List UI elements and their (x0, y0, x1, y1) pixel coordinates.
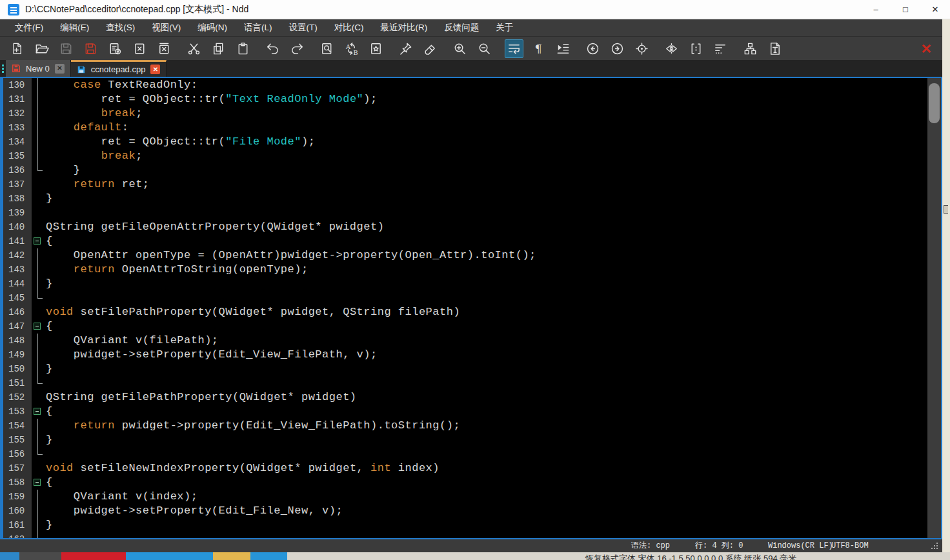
toolbar-save-button[interactable] (57, 39, 76, 58)
menu-item-search[interactable]: 查找(S) (97, 19, 143, 36)
code-line[interactable]: 148 QVariant v(filePath); (3, 334, 941, 348)
fold-collapse-icon[interactable] (34, 408, 41, 415)
toolbar-redo-button[interactable] (288, 39, 307, 58)
code-line[interactable]: 157void setFileNewIndexProperty(QWidget*… (3, 461, 941, 475)
toolbar-bracket-match-button[interactable] (687, 39, 705, 58)
tab-close-icon[interactable]: ✕ (150, 65, 160, 74)
code-line[interactable]: 155} (3, 433, 941, 447)
menu-item-settings[interactable]: 设置(T) (281, 19, 326, 36)
code-line[interactable]: 142 OpenAttr openType = (OpenAttr)pwidge… (3, 248, 941, 263)
code-line[interactable]: 150} (3, 362, 941, 376)
toolbar-text-convert-button[interactable] (765, 39, 784, 58)
tab-close-icon[interactable]: ✕ (55, 64, 65, 74)
toolbar-indent-setting-button[interactable] (554, 39, 572, 58)
maximize-button[interactable]: □ (891, 0, 920, 19)
menu-item-file[interactable]: 文件(F) (6, 19, 52, 36)
code-line[interactable]: 152QString getFilePathProperty(QWidget* … (3, 390, 941, 405)
toolbar-file-tree-button[interactable] (741, 39, 760, 58)
toolbar-find-in-file-button[interactable] (318, 39, 336, 58)
code-line[interactable]: 140QString getFileOpenAttrProperty(QWidg… (3, 220, 941, 234)
code-line[interactable]: 136 } (3, 163, 941, 177)
code-line[interactable]: 130 case TextReadOnly: (3, 78, 941, 92)
code-line[interactable]: 132 break; (3, 106, 941, 121)
code-line[interactable]: 141{ (3, 234, 941, 248)
menu-item-about[interactable]: 关于 (487, 19, 521, 36)
tab-label: ccnotepad.cpp (91, 65, 146, 74)
code-line[interactable]: 159 QVariant v(index); (3, 490, 941, 504)
code-line[interactable]: 135 break; (3, 149, 941, 163)
code-line[interactable]: 161} (3, 518, 941, 532)
code-line[interactable]: 146void setFilePathProperty(QWidget* pwi… (3, 305, 941, 319)
toolbar-nav-forward-button[interactable] (608, 39, 627, 58)
menu-item-edit[interactable]: 编辑(E) (52, 19, 97, 36)
menu-item-encoding[interactable]: 编码(N) (189, 19, 236, 36)
toolbar-show-symbol-button[interactable]: ¶ (529, 39, 548, 58)
toolbar-cut-button[interactable] (185, 39, 203, 58)
code-text (45, 206, 46, 220)
fold-toggle[interactable] (32, 405, 45, 419)
menu-item-recent-compare[interactable]: 最近对比(R) (372, 19, 436, 36)
resize-grip[interactable] (931, 543, 938, 550)
code-editor[interactable]: 130 case TextReadOnly:131 ret = QObject:… (0, 77, 942, 539)
code-line[interactable]: 153{ (3, 405, 941, 419)
toolbar-eraser-button[interactable] (421, 39, 440, 58)
menu-item-language[interactable]: 语言(L) (236, 19, 281, 36)
code-line[interactable]: 144} (3, 277, 941, 291)
toolbar-paste-button[interactable] (234, 39, 252, 58)
fold-collapse-icon[interactable] (34, 323, 41, 330)
menu-item-compare[interactable]: 对比(C) (326, 19, 372, 36)
toolbar-file-compare-button[interactable] (662, 39, 681, 58)
code-line[interactable]: 139 (3, 206, 941, 220)
code-line[interactable]: 145 (3, 291, 941, 305)
toolbar-zoom-out-button[interactable] (475, 39, 494, 58)
code-line[interactable]: 162 (3, 532, 941, 539)
tab-scroll-indicator[interactable] (0, 60, 6, 77)
toolbar-close-button[interactable]: ✕ (920, 42, 932, 55)
tab-new-0[interactable]: New 0 ✕ (6, 60, 71, 77)
code-line[interactable]: 160 pwidget->setProperty(Edit_File_New, … (3, 504, 941, 518)
code-line[interactable]: 158{ (3, 475, 941, 490)
menu-item-view[interactable]: 视图(V) (143, 19, 189, 36)
toolbar-close-all-button[interactable] (155, 39, 174, 58)
code-line[interactable]: 137 return ret; (3, 177, 941, 192)
code-text (45, 447, 46, 461)
fold-toggle[interactable] (32, 475, 45, 490)
toolbar-word-wrap-button[interactable] (505, 39, 523, 58)
fold-collapse-icon[interactable] (34, 237, 41, 245)
toolbar-zoom-in-button[interactable] (450, 39, 469, 58)
code-line[interactable]: 134 ret = QObject::tr("File Mode"); (3, 135, 941, 149)
fold-toggle[interactable] (32, 319, 45, 334)
minimize-button[interactable]: – (861, 0, 891, 19)
code-line[interactable]: 138} (3, 192, 941, 206)
vertical-scrollbar[interactable] (927, 78, 941, 538)
fold-toggle[interactable] (32, 234, 45, 248)
code-line[interactable]: 143 return OpenAttrToString(openType); (3, 263, 941, 277)
code-line[interactable]: 154 return pwidget->property(Edit_View_F… (3, 419, 941, 433)
code-line[interactable]: 147{ (3, 319, 941, 334)
close-button[interactable]: ✕ (920, 0, 950, 19)
toolbar-open-file-button[interactable] (32, 39, 51, 58)
code-line[interactable]: 133 default: (3, 121, 941, 135)
code-line[interactable]: 151 (3, 376, 941, 390)
toolbar-trim-lines-button[interactable] (711, 39, 730, 58)
code-line[interactable]: 131 ret = QObject::tr("Text ReadOnly Mod… (3, 92, 941, 106)
code-line[interactable]: 156 (3, 447, 941, 461)
toolbar-undo-button[interactable] (263, 39, 282, 58)
toolbar-pin-button[interactable] (396, 39, 415, 58)
toolbar-nav-back-button[interactable] (583, 39, 602, 58)
tab-ccnotepad-cpp[interactable]: ccnotepad.cpp ✕ (71, 60, 167, 77)
toolbar-save-all-button[interactable] (81, 39, 100, 58)
code-line[interactable]: 149 pwidget->setProperty(Edit_View_FileP… (3, 348, 941, 362)
toolbar-save-as-button[interactable] (106, 39, 125, 58)
toolbar-copy-button[interactable] (209, 39, 228, 58)
line-number: 143 (3, 263, 32, 277)
toolbar-locate-file-button[interactable] (632, 39, 651, 58)
fold-collapse-icon[interactable] (34, 479, 41, 486)
code-text (45, 291, 46, 305)
toolbar-close-file-button[interactable] (130, 39, 149, 58)
toolbar-new-file-button[interactable] (8, 39, 26, 58)
menu-item-feedback[interactable]: 反馈问题 (436, 19, 487, 36)
toolbar-bookmark-button[interactable] (367, 39, 385, 58)
scrollbar-thumb[interactable] (929, 83, 940, 123)
toolbar-replace-button[interactable]: AB (342, 39, 361, 58)
